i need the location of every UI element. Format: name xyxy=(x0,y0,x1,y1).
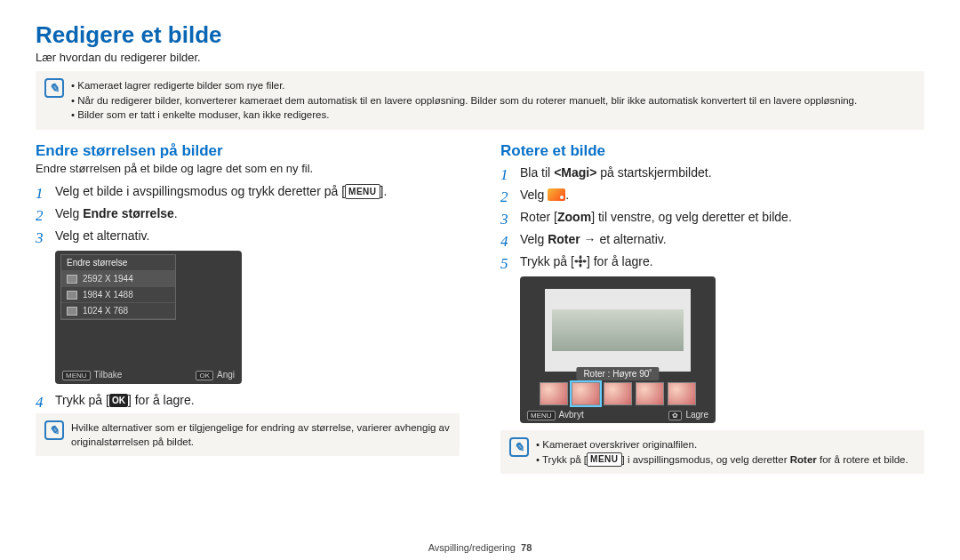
step-text: ] for å lagre. xyxy=(587,254,653,268)
flower-icon xyxy=(574,255,587,268)
size-icon xyxy=(67,291,77,300)
thumb[interactable] xyxy=(540,382,568,405)
gallery-icon xyxy=(548,188,565,201)
step-text: Trykk på [ xyxy=(520,254,574,268)
top-note-item: Kameraet lagrer redigerte bilder som nye… xyxy=(71,78,857,93)
svg-point-3 xyxy=(574,260,578,263)
info-icon: ✎ xyxy=(44,78,64,98)
resize-footer: MENUTilbake OKAngi xyxy=(55,366,242,384)
resize-steps: Velg et bilde i avspillingsmodus og tryk… xyxy=(36,182,460,245)
rotate-overlay-label: Roter : Høyre 90˚ xyxy=(576,367,659,380)
resize-option[interactable]: 1984 X 1488 xyxy=(61,287,175,303)
footer-label: Tilbake xyxy=(94,370,123,380)
svg-point-1 xyxy=(580,255,582,259)
intro-text: Lær hvordan du redigerer bilder. xyxy=(36,51,924,64)
footer-label: Avbryt xyxy=(559,410,584,420)
preview-photo xyxy=(552,309,684,351)
step-item: Velg Endre størrelse. xyxy=(36,204,460,223)
page-title: Redigere et bilde xyxy=(36,21,924,49)
resize-note-text: Hvilke alternativer som er tilgjengelige… xyxy=(71,420,451,449)
step-text: Velg xyxy=(520,188,548,202)
svg-point-2 xyxy=(580,263,582,267)
menu-badge: MENU xyxy=(345,184,380,199)
step-text: ] til venstre, og velg deretter et bilde… xyxy=(591,210,792,224)
menu-badge: MENU xyxy=(62,371,91,380)
step-item: Roter [Zoom] til venstre, og velg derett… xyxy=(500,208,924,227)
footer-page: 78 xyxy=(521,542,532,553)
rotate-thumbs xyxy=(540,382,696,407)
step-bold: Endre størrelse xyxy=(83,206,174,220)
note-text: ] i avspillingsmodus, og velg deretter xyxy=(622,454,790,465)
step-text: Bla til xyxy=(520,165,554,180)
rotate-note-list: Kameraet overskriver originalfilen. Tryk… xyxy=(536,437,908,467)
step-text: ] for å lagre. xyxy=(128,393,195,407)
step-text: Velg xyxy=(520,232,548,246)
size-icon xyxy=(67,275,77,284)
step-item: Velg et bilde i avspillingsmodus og tryk… xyxy=(36,182,460,201)
info-icon: ✎ xyxy=(44,420,64,440)
top-note-item: Bilder som er tatt i enkelte moduser, ka… xyxy=(71,108,857,123)
footer-label: Angi xyxy=(217,370,235,380)
resize-note-box: ✎ Hvilke alternativer som er tilgjengeli… xyxy=(36,413,460,456)
info-icon: ✎ xyxy=(509,437,529,457)
thumb-selected[interactable] xyxy=(572,382,600,405)
step-text: ]. xyxy=(380,184,388,198)
top-note-list: Kameraet lagrer redigerte bilder som nye… xyxy=(71,78,857,123)
flower-icon: ✿ xyxy=(668,411,682,420)
step-item: Velg et alternativ. xyxy=(36,227,460,245)
step-text: Velg xyxy=(55,206,83,220)
top-note-item: Når du redigerer bilder, konverterer kam… xyxy=(71,93,857,108)
size-icon xyxy=(67,307,77,316)
rotate-note-item: Trykk på [MENU] i avspillingsmodus, og v… xyxy=(536,452,908,468)
section-sub-resize: Endre størrelsen på et bilde og lagre de… xyxy=(36,162,460,175)
ok-badge: OK xyxy=(109,394,128,407)
note-text: Trykk på [ xyxy=(542,454,587,465)
resize-steps-cont: Trykk på [OK] for å lagre. xyxy=(36,391,460,410)
step-text: . xyxy=(565,188,569,202)
note-bold: Roter xyxy=(790,454,817,465)
footer-section: Avspilling/redigering xyxy=(428,542,516,553)
ok-badge: OK xyxy=(196,371,213,380)
step-item: Velg Roter → et alternativ. xyxy=(500,230,924,249)
rotate-note-item: Kameraet overskriver originalfilen. xyxy=(536,437,908,452)
step-text: → et alternativ. xyxy=(580,232,667,246)
resize-option-label: 1024 X 768 xyxy=(83,306,128,316)
left-column: Endre størrelsen på bilder Endre størrel… xyxy=(36,142,460,486)
resize-panel-title: Endre størrelse xyxy=(61,255,175,271)
step-bold: Roter xyxy=(548,232,580,246)
section-title-rotate: Rotere et bilde xyxy=(500,142,924,160)
step-item: Velg . xyxy=(500,186,924,204)
step-bold: <Magi> xyxy=(554,165,596,180)
step-item: Bla til <Magi> på startskjermbildet. xyxy=(500,164,924,182)
resize-option-label: 1984 X 1488 xyxy=(83,290,133,300)
svg-point-0 xyxy=(579,260,582,263)
step-text: Roter [ xyxy=(520,210,557,224)
resize-option-label: 2592 X 1944 xyxy=(83,274,133,284)
resize-panel: Endre størrelse 2592 X 1944 1984 X 1488 … xyxy=(60,254,176,320)
rotate-note-box: ✎ Kameraet overskriver originalfilen. Tr… xyxy=(500,430,924,474)
thumb[interactable] xyxy=(668,382,696,405)
resize-option[interactable]: 1024 X 768 xyxy=(61,303,175,319)
thumb[interactable] xyxy=(604,382,632,405)
rotate-steps: Bla til <Magi> på startskjermbildet. Vel… xyxy=(500,164,924,271)
thumb[interactable] xyxy=(636,382,664,405)
section-title-resize: Endre størrelsen på bilder xyxy=(36,142,460,160)
footer-label: Lagre xyxy=(685,410,708,420)
menu-badge: MENU xyxy=(527,411,556,420)
step-item: Trykk på [] for å lagre. xyxy=(500,252,924,271)
step-text: på startskjermbildet. xyxy=(596,165,711,180)
resize-option[interactable]: 2592 X 1944 xyxy=(61,271,175,287)
right-column: Rotere et bilde Bla til <Magi> på starts… xyxy=(500,142,924,486)
step-text: . xyxy=(174,206,178,220)
step-text: Velg et bilde i avspillingsmodus og tryk… xyxy=(55,184,345,198)
step-bold: Zoom xyxy=(557,210,591,224)
rotate-preview xyxy=(545,289,691,372)
note-text: for å rotere et bilde. xyxy=(817,454,908,465)
top-note-box: ✎ Kameraet lagrer redigerte bilder som n… xyxy=(36,71,924,130)
step-text: Trykk på [ xyxy=(55,393,109,407)
rotate-screenshot: Roter : Høyre 90˚ MENUAvbryt ✿Lagre xyxy=(520,276,716,423)
resize-screenshot: Endre størrelse 2592 X 1944 1984 X 1488 … xyxy=(55,251,242,384)
step-item: Trykk på [OK] for å lagre. xyxy=(36,391,460,410)
rotate-footer: MENUAvbryt ✿Lagre xyxy=(520,407,716,423)
menu-badge: MENU xyxy=(587,452,621,468)
